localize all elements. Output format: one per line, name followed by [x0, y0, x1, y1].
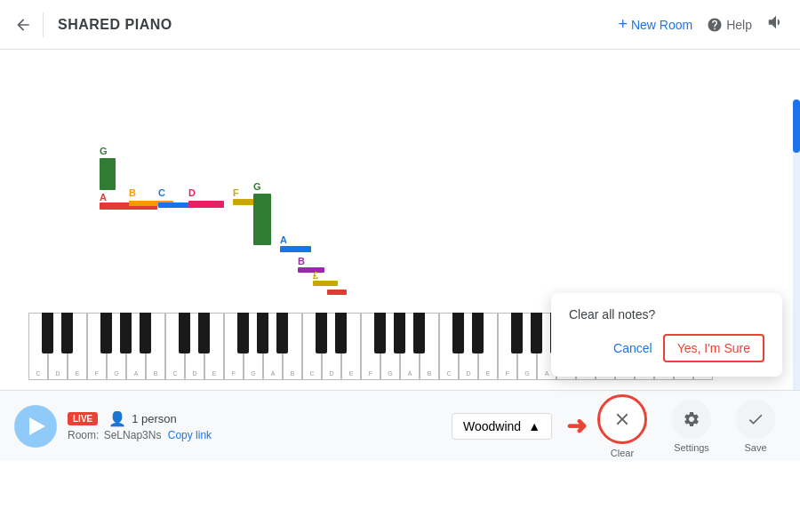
svg-rect-21 — [327, 290, 347, 295]
right-scrollbar[interactable] — [793, 99, 800, 401]
settings-action[interactable]: Settings — [661, 396, 722, 457]
piano-black-key[interactable] — [198, 313, 210, 353]
room-info: LIVE 👤 1 person Room: SeLNap3Ns Copy lin… — [68, 410, 212, 441]
instrument-selector[interactable]: Woodwind ▲ — [452, 413, 552, 440]
svg-text:C: C — [158, 187, 165, 198]
note-visualization: G A B C D F G A — [44, 59, 596, 307]
piano-black-key[interactable] — [511, 313, 523, 353]
piano-black-key[interactable] — [237, 313, 249, 353]
piano-black-key[interactable] — [472, 313, 484, 353]
svg-text:G: G — [100, 146, 108, 156]
footer: LIVE 👤 1 person Room: SeLNap3Ns Copy lin… — [0, 390, 800, 461]
instrument-name: Woodwind — [463, 419, 521, 433]
chevron-up-icon: ▲ — [528, 419, 540, 433]
piano-black-key[interactable] — [531, 313, 542, 353]
plus-icon: + — [618, 15, 628, 34]
svg-text:A: A — [280, 234, 287, 245]
clear-label: Clear — [611, 448, 634, 458]
svg-rect-20 — [313, 281, 338, 286]
svg-rect-13 — [253, 194, 271, 245]
dialog-cancel-button[interactable]: Cancel — [613, 341, 652, 355]
room-bottom: Room: SeLNap3Ns Copy link — [68, 429, 212, 441]
piano-black-key[interactable] — [42, 313, 53, 353]
settings-label: Settings — [674, 442, 709, 453]
room-name: SeLNap3Ns — [104, 429, 162, 441]
piano-black-key[interactable] — [61, 313, 73, 353]
save-button-circle[interactable] — [736, 400, 775, 439]
header: SHARED PIANO + New Room Help — [0, 0, 800, 50]
footer-actions: Clear Settings Save — [587, 391, 786, 462]
svg-text:A: A — [100, 192, 107, 202]
piano-black-key[interactable] — [140, 313, 151, 353]
piano-black-key[interactable] — [413, 313, 425, 353]
svg-text:£: £ — [313, 270, 318, 281]
copy-link-button[interactable]: Copy link — [168, 429, 212, 441]
clear-button-circle[interactable] — [597, 394, 647, 444]
save-label: Save — [744, 442, 766, 453]
piano-black-key[interactable] — [179, 313, 190, 353]
piano-black-key[interactable] — [316, 313, 327, 353]
svg-text:D: D — [188, 187, 196, 198]
header-divider — [43, 12, 44, 37]
piano-black-key[interactable] — [374, 313, 386, 353]
room-top: LIVE 👤 1 person — [68, 410, 212, 427]
svg-text:B: B — [129, 187, 136, 198]
piano-black-key[interactable] — [276, 313, 288, 353]
piano-black-key[interactable] — [257, 313, 268, 353]
main-content: G A B C D F G A — [0, 50, 800, 461]
dialog-actions: Cancel Yes, I'm Sure — [569, 334, 764, 362]
piano-black-key[interactable] — [120, 313, 132, 353]
svg-rect-1 — [100, 158, 116, 190]
app-title: SHARED PIANO — [58, 17, 172, 33]
svg-rect-18 — [298, 267, 324, 273]
new-room-label: New Room — [631, 18, 692, 32]
piano-black-key[interactable] — [335, 313, 347, 353]
settings-button-circle[interactable] — [672, 400, 711, 439]
svg-rect-12 — [233, 199, 255, 205]
clear-arrow: ➜ — [566, 411, 587, 441]
save-action[interactable]: Save — [725, 396, 786, 457]
dialog-confirm-button[interactable]: Yes, I'm Sure — [663, 334, 764, 362]
person-count: 1 person — [132, 412, 177, 425]
header-actions: + New Room Help — [618, 12, 786, 36]
help-label: Help — [726, 18, 752, 32]
live-badge: LIVE — [68, 412, 98, 425]
play-button[interactable] — [14, 405, 57, 448]
person-icon: 👤 — [108, 410, 126, 427]
arrow-icon: ➜ — [566, 411, 587, 441]
svg-text:B: B — [298, 256, 305, 266]
volume-icon[interactable] — [766, 12, 786, 36]
back-button[interactable] — [14, 16, 32, 34]
svg-rect-16 — [280, 250, 311, 252]
piano-black-key[interactable] — [452, 313, 464, 353]
piano-black-key[interactable] — [100, 313, 112, 353]
piano-black-key[interactable] — [394, 313, 405, 353]
svg-text:G: G — [253, 181, 261, 192]
svg-text:F: F — [233, 187, 239, 198]
svg-rect-9 — [188, 201, 224, 208]
clear-notes-dialog: Clear all notes? Cancel Yes, I'm Sure — [551, 293, 782, 377]
dialog-title: Clear all notes? — [569, 307, 764, 322]
scrollbar-thumb[interactable] — [793, 99, 800, 153]
room-label: Room: — [68, 429, 99, 441]
clear-action[interactable]: Clear — [587, 391, 658, 462]
help-button[interactable]: Help — [707, 17, 752, 33]
new-room-button[interactable]: + New Room — [618, 15, 692, 34]
